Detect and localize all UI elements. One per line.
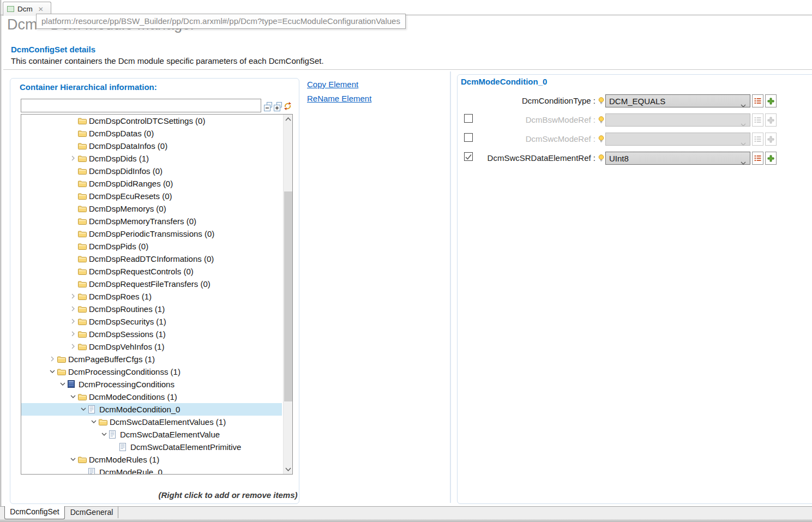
param-dropdown[interactable]: UInt8 <box>605 152 750 165</box>
param-dropdown[interactable]: DCM_EQUALS <box>605 94 750 107</box>
chevron-right-icon[interactable] <box>69 342 77 351</box>
document-icon <box>88 468 95 475</box>
tree-item[interactable]: DcmDspControlDTCSettings (0) <box>21 115 282 127</box>
tree-item[interactable]: DcmDspSecuritys (1) <box>21 315 282 328</box>
document-icon <box>88 468 97 475</box>
tree-item[interactable]: DcmProcessingConditions <box>21 378 282 391</box>
chevron-right-icon <box>69 292 77 301</box>
chevron-down-icon[interactable] <box>100 430 109 439</box>
chevron-down-icon[interactable] <box>69 392 77 401</box>
chevron-down-icon <box>69 392 77 401</box>
tree-item-label: DcmDspRequestControls (0) <box>89 265 194 278</box>
add-button[interactable] <box>765 152 777 165</box>
tree-item[interactable]: DcmDspEcuResets (0) <box>21 190 282 202</box>
panel-separator <box>450 71 451 503</box>
tree-item[interactable]: DcmSwcDataElementValues (1) <box>21 416 282 428</box>
param-label: DcmConditionType : <box>467 94 596 107</box>
tree-item-label: DcmProcessingConditions <box>79 378 175 391</box>
details-title: DcmModeCondition_0 <box>461 77 547 86</box>
sync-button[interactable] <box>283 101 293 111</box>
list-reference-button[interactable] <box>752 152 763 165</box>
tree-item[interactable]: DcmDspSessions (1) <box>21 328 282 340</box>
tree-scrollbar[interactable] <box>283 115 292 474</box>
header-divider <box>3 69 812 70</box>
chevron-down-icon <box>79 405 88 413</box>
folder-icon <box>78 193 87 200</box>
list-reference-button[interactable] <box>752 94 763 107</box>
chevron-right-icon[interactable] <box>69 304 77 313</box>
chevron-down-icon[interactable] <box>69 455 77 464</box>
tree-item[interactable]: DcmDspDidInfos (0) <box>21 165 282 177</box>
tree-item[interactable]: DcmSwcDataElementValue <box>21 428 282 441</box>
scroll-down-button[interactable] <box>284 465 293 474</box>
tree-item[interactable]: DcmDspDatas (0) <box>21 127 282 140</box>
tree-item[interactable]: DcmModeRules (1) <box>21 453 282 466</box>
folder-icon <box>78 393 87 400</box>
tree-filter-input[interactable] <box>21 99 261 112</box>
chevron-right-icon <box>69 329 77 338</box>
tree-item[interactable]: DcmDspRoes (1) <box>21 290 282 303</box>
folder-icon <box>57 368 66 375</box>
no-expander <box>69 191 77 200</box>
tree-item[interactable]: DcmDspDids (1) <box>21 152 282 165</box>
tree-item-label: DcmDspControlDTCSettings (0) <box>89 115 205 127</box>
copy-element-link[interactable]: Copy Element <box>307 80 358 89</box>
dropdown-arrow-icon <box>741 161 746 165</box>
tree-item[interactable]: DcmDspMemoryTransfers (0) <box>21 215 282 227</box>
scroll-up-button[interactable] <box>284 115 293 124</box>
tree-item[interactable]: DcmDspDidRanges (0) <box>21 177 282 190</box>
expand-all-button[interactable] <box>273 102 283 112</box>
tree-item[interactable]: DcmSwcDataElementPrimitive <box>21 441 282 453</box>
rename-element-link[interactable]: ReName Element <box>307 94 371 103</box>
tree-item[interactable]: DcmDspMemorys (0) <box>21 202 282 215</box>
tree-item[interactable]: DcmDspReadDTCInformations (0) <box>21 253 282 265</box>
dropdown-arrow-icon <box>741 123 746 127</box>
chevron-right-icon[interactable] <box>69 292 77 301</box>
tree-item[interactable]: DcmDspVehInfos (1) <box>21 340 282 353</box>
folder-icon <box>78 280 87 287</box>
tree-item[interactable]: DcmModeCondition_0 <box>21 403 282 416</box>
chevron-down-icon <box>69 455 77 464</box>
chevron-down-icon[interactable] <box>79 405 88 413</box>
tree-item[interactable]: DcmModeConditions (1) <box>21 391 282 403</box>
chevron-right-icon[interactable] <box>69 329 77 338</box>
tree-item[interactable]: DcmPageBufferCfgs (1) <box>21 353 282 365</box>
tree-item[interactable]: DcmDspRoutines (1) <box>21 303 282 315</box>
collapse-all-button[interactable] <box>263 102 273 112</box>
tree-item[interactable]: DcmProcessingConditionss (1) <box>21 365 282 378</box>
scrollbar-thumb[interactable] <box>284 191 292 401</box>
tab-dcmgeneral[interactable]: DcmGeneral <box>65 507 118 518</box>
tree-item[interactable]: DcmDspRequestFileTransfers (0) <box>21 278 282 290</box>
container-tree[interactable]: DcmDspControlDTCSettings (0)DcmDspDatas … <box>21 114 293 475</box>
folder-icon <box>78 242 87 251</box>
chevron-down-icon[interactable] <box>48 367 57 376</box>
chevron-right-icon[interactable] <box>69 154 77 163</box>
dropdown-arrow-icon <box>741 138 746 148</box>
tree-item[interactable]: DcmDspPeriodicTransmissions (0) <box>21 227 282 240</box>
table-icon <box>68 380 75 388</box>
chevron-right-icon[interactable] <box>48 355 57 363</box>
no-expander <box>69 254 77 263</box>
dropdown-value: DCM_EQUALS <box>609 95 665 107</box>
tree-item[interactable]: DcmDspPids (0) <box>21 240 282 253</box>
folder-icon <box>99 418 107 427</box>
tree-item[interactable]: DcmModeRule_0 <box>21 466 282 475</box>
lightbulb-icon <box>598 116 604 126</box>
tree-group-title: Container Hierarchical information: <box>20 82 157 92</box>
chevron-down-icon <box>48 367 57 376</box>
chevron-down-icon[interactable] <box>89 417 98 426</box>
chevron-right-icon[interactable] <box>69 317 77 326</box>
chevron-down-icon <box>100 430 109 439</box>
param-label: DcmSwcModeRef : <box>467 133 596 146</box>
tree-item[interactable]: DcmDspRequestControls (0) <box>21 265 282 278</box>
chevron-down-icon[interactable] <box>58 380 67 388</box>
close-icon[interactable]: ✕ <box>38 6 44 13</box>
add-button[interactable] <box>765 94 777 107</box>
folder-icon <box>78 205 87 212</box>
folder-icon <box>78 142 87 149</box>
editor-file-icon <box>7 6 14 12</box>
tree-item-label: DcmDspVehInfos (1) <box>89 340 164 353</box>
tab-dcmconfigset[interactable]: DcmConfigSet <box>4 506 65 519</box>
folder-icon <box>78 167 87 176</box>
tree-item[interactable]: DcmDspDataInfos (0) <box>21 140 282 152</box>
